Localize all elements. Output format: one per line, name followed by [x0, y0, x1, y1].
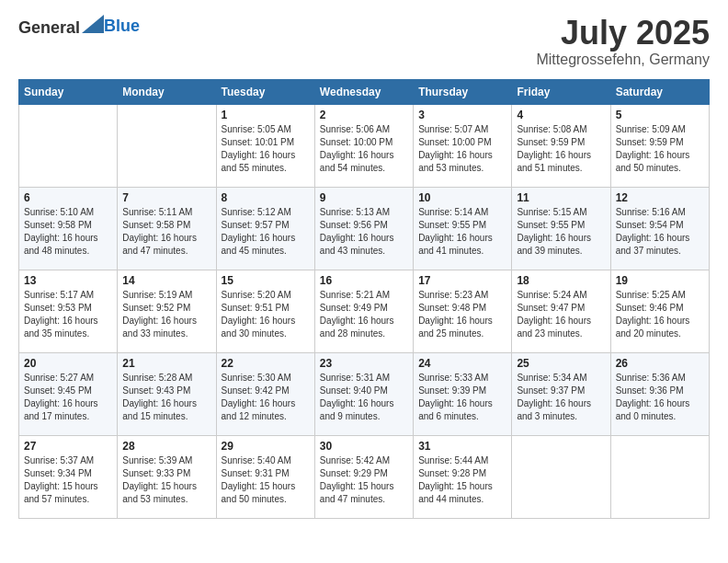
- calendar-cell: 27Sunrise: 5:37 AM Sunset: 9:34 PM Dayli…: [19, 435, 118, 518]
- calendar-week-row: 13Sunrise: 5:17 AM Sunset: 9:53 PM Dayli…: [19, 270, 710, 352]
- day-info: Sunrise: 5:17 AM Sunset: 9:53 PM Dayligh…: [24, 289, 112, 340]
- logo-general: General: [18, 18, 80, 37]
- calendar-week-row: 1Sunrise: 5:05 AM Sunset: 10:01 PM Dayli…: [19, 104, 710, 187]
- day-info: Sunrise: 5:42 AM Sunset: 9:29 PM Dayligh…: [320, 454, 408, 506]
- weekday-header: Saturday: [610, 79, 709, 104]
- day-number: 16: [320, 274, 408, 287]
- calendar-cell: 15Sunrise: 5:20 AM Sunset: 9:51 PM Dayli…: [216, 270, 314, 352]
- day-info: Sunrise: 5:30 AM Sunset: 9:42 PM Dayligh…: [222, 372, 310, 423]
- calendar-cell: [118, 104, 216, 187]
- day-number: 27: [24, 440, 112, 453]
- day-info: Sunrise: 5:23 AM Sunset: 9:48 PM Dayligh…: [418, 289, 506, 340]
- calendar-cell: 16Sunrise: 5:21 AM Sunset: 9:49 PM Dayli…: [314, 270, 413, 352]
- calendar-cell: 28Sunrise: 5:39 AM Sunset: 9:33 PM Dayli…: [118, 435, 216, 518]
- calendar-cell: 10Sunrise: 5:14 AM Sunset: 9:55 PM Dayli…: [414, 187, 512, 270]
- calendar-cell: [610, 435, 709, 518]
- day-number: 19: [616, 274, 704, 287]
- day-info: Sunrise: 5:15 AM Sunset: 9:55 PM Dayligh…: [517, 206, 605, 258]
- calendar-week-row: 20Sunrise: 5:27 AM Sunset: 9:45 PM Dayli…: [19, 352, 710, 435]
- day-info: Sunrise: 5:05 AM Sunset: 10:01 PM Daylig…: [222, 123, 310, 175]
- weekday-header: Sunday: [19, 79, 118, 104]
- day-number: 4: [517, 109, 605, 121]
- day-number: 12: [616, 191, 704, 204]
- calendar-cell: 29Sunrise: 5:40 AM Sunset: 9:31 PM Dayli…: [216, 435, 314, 518]
- day-number: 1: [222, 109, 310, 121]
- calendar-week-row: 6Sunrise: 5:10 AM Sunset: 9:58 PM Daylig…: [19, 187, 710, 270]
- day-number: 24: [418, 357, 506, 370]
- day-number: 18: [517, 274, 605, 287]
- day-number: 15: [222, 274, 310, 287]
- calendar-cell: 5Sunrise: 5:09 AM Sunset: 9:59 PM Daylig…: [610, 104, 709, 187]
- day-info: Sunrise: 5:36 AM Sunset: 9:36 PM Dayligh…: [616, 372, 704, 423]
- svg-marker-0: [82, 15, 104, 33]
- day-number: 9: [320, 191, 408, 204]
- weekday-header: Friday: [512, 79, 610, 104]
- day-info: Sunrise: 5:06 AM Sunset: 10:00 PM Daylig…: [320, 123, 408, 175]
- calendar-cell: 24Sunrise: 5:33 AM Sunset: 9:39 PM Dayli…: [414, 352, 512, 435]
- day-info: Sunrise: 5:16 AM Sunset: 9:54 PM Dayligh…: [616, 206, 704, 258]
- calendar-cell: 1Sunrise: 5:05 AM Sunset: 10:01 PM Dayli…: [216, 104, 314, 187]
- logo-icon: [82, 15, 104, 33]
- day-number: 17: [418, 274, 506, 287]
- calendar-header-row: SundayMondayTuesdayWednesdayThursdayFrid…: [19, 79, 710, 104]
- day-info: Sunrise: 5:21 AM Sunset: 9:49 PM Dayligh…: [320, 289, 408, 340]
- day-number: 30: [320, 440, 408, 453]
- calendar-cell: 19Sunrise: 5:25 AM Sunset: 9:46 PM Dayli…: [610, 270, 709, 352]
- calendar-cell: 12Sunrise: 5:16 AM Sunset: 9:54 PM Dayli…: [610, 187, 709, 270]
- day-info: Sunrise: 5:13 AM Sunset: 9:56 PM Dayligh…: [320, 206, 408, 258]
- day-info: Sunrise: 5:11 AM Sunset: 9:58 PM Dayligh…: [122, 206, 210, 258]
- day-number: 28: [122, 440, 210, 453]
- day-number: 6: [24, 191, 112, 204]
- logo-blue: Blue: [104, 17, 140, 35]
- calendar-cell: 18Sunrise: 5:24 AM Sunset: 9:47 PM Dayli…: [512, 270, 610, 352]
- day-info: Sunrise: 5:20 AM Sunset: 9:51 PM Dayligh…: [222, 289, 310, 340]
- day-number: 3: [418, 109, 506, 121]
- day-info: Sunrise: 5:12 AM Sunset: 9:57 PM Dayligh…: [222, 206, 310, 258]
- calendar-cell: 21Sunrise: 5:28 AM Sunset: 9:43 PM Dayli…: [118, 352, 216, 435]
- day-number: 8: [222, 191, 310, 204]
- day-number: 23: [320, 357, 408, 370]
- calendar-table: SundayMondayTuesdayWednesdayThursdayFrid…: [18, 79, 710, 519]
- day-info: Sunrise: 5:44 AM Sunset: 9:28 PM Dayligh…: [418, 454, 506, 506]
- weekday-header: Wednesday: [314, 79, 413, 104]
- day-info: Sunrise: 5:09 AM Sunset: 9:59 PM Dayligh…: [616, 123, 704, 175]
- day-info: Sunrise: 5:27 AM Sunset: 9:45 PM Dayligh…: [24, 372, 112, 423]
- day-number: 31: [418, 440, 506, 453]
- day-number: 21: [122, 357, 210, 370]
- day-info: Sunrise: 5:08 AM Sunset: 9:59 PM Dayligh…: [517, 123, 605, 175]
- day-number: 13: [24, 274, 112, 287]
- calendar-cell: [512, 435, 610, 518]
- calendar-cell: 14Sunrise: 5:19 AM Sunset: 9:52 PM Dayli…: [118, 270, 216, 352]
- calendar-cell: 3Sunrise: 5:07 AM Sunset: 10:00 PM Dayli…: [414, 104, 512, 187]
- day-info: Sunrise: 5:37 AM Sunset: 9:34 PM Dayligh…: [24, 454, 112, 506]
- calendar-cell: 6Sunrise: 5:10 AM Sunset: 9:58 PM Daylig…: [19, 187, 118, 270]
- logo: General Blue: [18, 15, 140, 38]
- day-info: Sunrise: 5:07 AM Sunset: 10:00 PM Daylig…: [418, 123, 506, 175]
- day-info: Sunrise: 5:25 AM Sunset: 9:46 PM Dayligh…: [616, 289, 704, 340]
- calendar-cell: [19, 104, 118, 187]
- day-info: Sunrise: 5:28 AM Sunset: 9:43 PM Dayligh…: [122, 372, 210, 423]
- calendar-cell: 20Sunrise: 5:27 AM Sunset: 9:45 PM Dayli…: [19, 352, 118, 435]
- page-header: General Blue July 2025 Mittegrossefehn, …: [18, 15, 710, 68]
- calendar-cell: 26Sunrise: 5:36 AM Sunset: 9:36 PM Dayli…: [610, 352, 709, 435]
- calendar-cell: 8Sunrise: 5:12 AM Sunset: 9:57 PM Daylig…: [216, 187, 314, 270]
- day-number: 11: [517, 191, 605, 204]
- day-info: Sunrise: 5:33 AM Sunset: 9:39 PM Dayligh…: [418, 372, 506, 423]
- title-block: July 2025 Mittegrossefehn, Germany: [536, 15, 710, 68]
- day-number: 25: [517, 357, 605, 370]
- month-title: July 2025: [536, 15, 710, 52]
- calendar-cell: 17Sunrise: 5:23 AM Sunset: 9:48 PM Dayli…: [414, 270, 512, 352]
- day-number: 10: [418, 191, 506, 204]
- calendar-week-row: 27Sunrise: 5:37 AM Sunset: 9:34 PM Dayli…: [19, 435, 710, 518]
- day-number: 7: [122, 191, 210, 204]
- calendar-cell: 4Sunrise: 5:08 AM Sunset: 9:59 PM Daylig…: [512, 104, 610, 187]
- day-info: Sunrise: 5:14 AM Sunset: 9:55 PM Dayligh…: [418, 206, 506, 258]
- day-number: 14: [122, 274, 210, 287]
- calendar-cell: 30Sunrise: 5:42 AM Sunset: 9:29 PM Dayli…: [314, 435, 413, 518]
- day-info: Sunrise: 5:39 AM Sunset: 9:33 PM Dayligh…: [122, 454, 210, 506]
- day-number: 5: [616, 109, 704, 121]
- day-info: Sunrise: 5:10 AM Sunset: 9:58 PM Dayligh…: [24, 206, 112, 258]
- weekday-header: Tuesday: [216, 79, 314, 104]
- calendar-cell: 22Sunrise: 5:30 AM Sunset: 9:42 PM Dayli…: [216, 352, 314, 435]
- calendar-cell: 13Sunrise: 5:17 AM Sunset: 9:53 PM Dayli…: [19, 270, 118, 352]
